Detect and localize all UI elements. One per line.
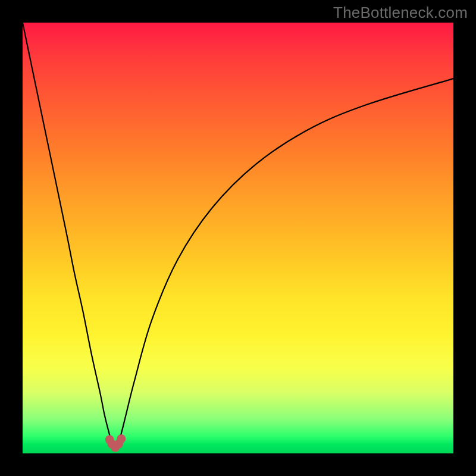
- attribution-label: TheBottleneck.com: [333, 4, 468, 22]
- chart-frame: TheBottleneck.com: [0, 0, 476, 476]
- plot-area: [23, 23, 453, 453]
- curve-layer: [23, 23, 453, 453]
- bottleneck-curve: [23, 23, 453, 448]
- min-marker-dot: [117, 434, 126, 443]
